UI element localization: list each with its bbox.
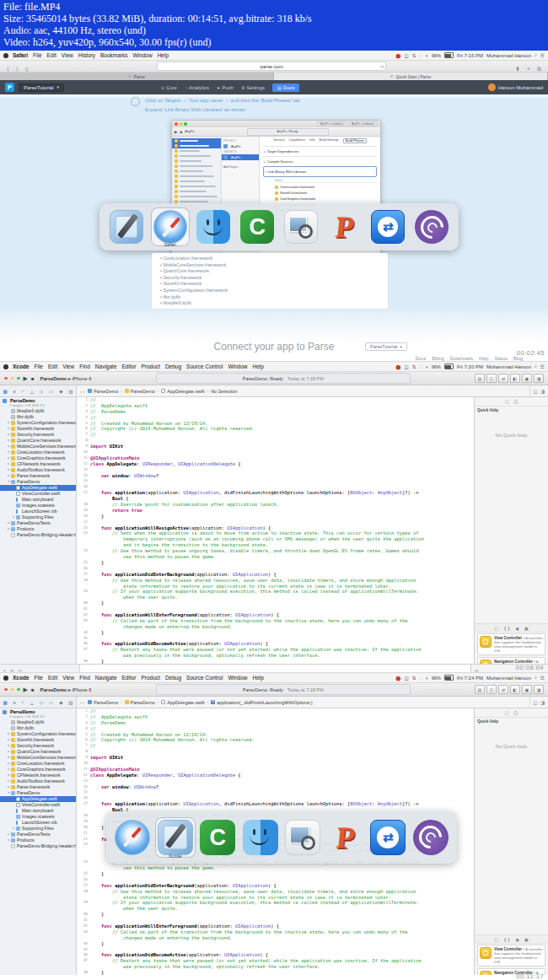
breadcrumb-item[interactable]: ParseDemo [88,700,118,705]
linked-library-row[interactable]: StoreKit.framework [263,190,377,196]
test-navigator-icon[interactable]: ◇ [40,700,43,705]
library-item-view-controller[interactable]: View Controller - A controller that supp… [477,945,545,967]
inspector-toggle-button[interactable]: ◨ [534,374,544,383]
close-window-icon[interactable] [4,377,8,380]
navigator-file-row[interactable]: Images.xcassets [0,503,76,509]
menu-help[interactable]: Help [253,675,264,681]
menu-file[interactable]: File [35,363,43,369]
app-switcher-item-powerpoint[interactable] [325,817,366,858]
menubar-clock[interactable]: Fri 7:24 PM [457,676,483,681]
menu-edit[interactable]: Edit [48,675,57,681]
navigator-file-row[interactable]: ▸ParseDemoTests [0,520,76,526]
counterparts-icon[interactable]: ◨ [540,389,545,394]
navigator-file-row[interactable]: ▸CoreGraphics.framework [0,455,76,461]
apple-menu-icon[interactable] [3,676,8,681]
file-inspector-icon[interactable]: ▢ [505,710,509,715]
version-editor-button[interactable]: ⇄ [498,374,508,383]
disclosure-triangle-icon[interactable]: ▸ [264,150,266,153]
scheme-selector[interactable]: ParseDemo ▸ iPhone 6 [40,687,92,692]
app-switcher-item-safari[interactable] [112,817,153,858]
address-bar[interactable]: parse.com ⟳ [157,62,386,71]
volume-icon[interactable]: ◖ [426,364,428,369]
close-tab-icon[interactable]: ✕ [128,74,132,78]
browser-tab[interactable]: ✕Quick Start | Parse [274,73,548,80]
navigator-file-row[interactable]: ▸Security.framework [0,743,76,749]
embedded-tab-build-settings[interactable]: Build Settings [320,138,339,143]
menu-find[interactable]: Find [79,363,90,369]
breadcrumb-item[interactable]: AppDelegate.swift [161,389,204,394]
app-switcher-item-teamviewer[interactable] [368,207,407,246]
app-switcher-item-xcode[interactable] [107,207,146,246]
nav-item-push[interactable]: ➤Push [217,83,234,92]
navigator-file-row[interactable]: ▸Parse.framework [0,784,76,790]
counterparts-icon[interactable]: ◨ [540,700,545,705]
navigator-file-row[interactable]: libz.dylib [0,414,76,420]
bluetooth-icon[interactable]: ⇅ [412,676,416,681]
project-navigator-icon[interactable]: ▦ [3,389,7,394]
navigator-file-row[interactable]: libsqlite3.dylib [0,408,76,414]
navigator-file-row[interactable]: Main.storyboard [0,497,76,503]
version-editor-button[interactable]: ⇄ [498,685,508,694]
menu-file[interactable]: File [33,52,41,58]
find-navigator-icon[interactable]: ⌕ [22,699,24,705]
breakpoint-navigator-icon[interactable]: ◆ [59,700,62,705]
menu-navigate[interactable]: Navigate [95,363,117,369]
build-phase-row[interactable]: ▸Compile Sources [263,156,377,166]
navigator-file-row[interactable]: ▸CFNetwork.framework [0,773,76,778]
build-phase-row[interactable]: ▾Link Binary With Libraries [263,166,377,177]
navigator-file-row[interactable]: ▸SystemConfiguration.framework [0,731,76,737]
run-button[interactable]: ▶ [24,375,28,382]
file-template-library-icon[interactable]: ▢ [494,626,498,631]
browser-tab[interactable]: ✕Parse [0,73,274,80]
report-navigator-icon[interactable]: ▤ [68,389,73,394]
app-switcher-item-finder[interactable] [240,817,281,858]
disclosure-triangle-icon[interactable]: ▾ [265,170,266,174]
menu-source-control[interactable]: Source Control [186,363,223,369]
file-template-library-icon[interactable]: ▢ [494,937,498,942]
breadcrumb-item[interactable]: ParseDemo [125,389,155,394]
menu-editor[interactable]: Editor [122,675,137,681]
navigator-file-row[interactable]: ▸Security.framework [0,432,76,438]
navigator-file-row[interactable]: ▸StoreKit.framework [0,426,76,432]
navigator-toggle-button[interactable]: ◧ [510,374,520,383]
standard-editor-button[interactable]: ▤ [475,685,485,694]
navigator-file-row[interactable]: ▾ParseDemo [0,479,76,485]
source-editor[interactable]: 1//2// AppDelegate.swift3// ParseDemo4//… [77,397,474,664]
breadcrumb-item[interactable]: No Selection [211,389,237,394]
apple-menu-icon[interactable] [3,53,8,58]
snippet-library-icon[interactable]: ❬❭ [503,937,510,942]
linked-library-row[interactable]: CoreGraphics.framework [263,196,377,202]
menu-editor[interactable]: Editor [122,363,137,369]
navigator-file-row[interactable]: ▸AudioToolbox.framework [0,778,76,784]
app-dropdown-button[interactable]: ParseTutorial ▾ [365,342,407,351]
app-switcher-item-finder[interactable] [194,207,233,246]
stop-button[interactable]: ■ [31,376,35,381]
assistant-editor-button[interactable]: ◫ [486,685,497,694]
report-navigator-icon[interactable]: ▤ [68,700,73,705]
notification-center-icon[interactable]: ☰ [540,53,545,58]
app-switcher-item-bittorrent[interactable] [412,207,451,246]
spotlight-icon[interactable]: ⌕ [535,52,537,58]
menu-product[interactable]: Product [141,675,159,681]
navigator-file-row[interactable]: ▸QuartzCore.framework [0,438,76,444]
menu-file[interactable]: File [35,675,43,681]
embedded-tab-build-phases[interactable]: Build Phases [343,138,367,143]
project-navigator-icon[interactable]: ▦ [3,700,7,705]
embedded-tab-capabilities[interactable]: Capabilities [289,138,306,143]
quick-help-inspector-icon[interactable]: ⓘ [513,399,518,404]
zoom-window-icon[interactable] [17,688,20,692]
menu-xcode[interactable]: Xcode [13,675,30,681]
stop-button[interactable]: ■ [31,687,35,692]
navigator-file-row[interactable]: AppDelegate.swift [0,796,76,802]
issue-navigator-icon[interactable]: △ [30,389,34,394]
editor-history-buttons[interactable]: ‹ › [77,389,88,394]
breadcrumb-item[interactable]: ParseDemo [125,700,155,705]
zoom-window-icon[interactable] [17,377,20,380]
navigator-file-row[interactable]: Main.storyboard [0,808,76,814]
navigator-file-row[interactable]: ▸Supporting Files [0,514,76,520]
parse-logo[interactable]: P [5,83,14,92]
app-switcher-item-safari[interactable]: Safari [151,207,190,246]
navigator-file-row[interactable]: libz.dylib [0,725,76,731]
debug-area-toggle-button[interactable]: ▣ [522,685,532,694]
navigator-file-row[interactable]: Images.xcassets [0,814,76,820]
